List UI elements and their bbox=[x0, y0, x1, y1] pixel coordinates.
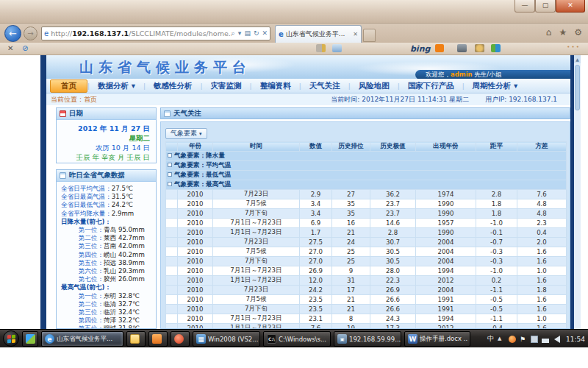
pinned-app-button[interactable] bbox=[22, 331, 38, 347]
cell: 0.2 bbox=[476, 276, 517, 286]
table-row[interactable]: 20107月5候3.43523.719901.84.8 bbox=[166, 199, 567, 209]
home-icon[interactable]: ⌂ bbox=[546, 27, 552, 38]
orange-badge-icon[interactable] bbox=[435, 44, 444, 52]
group-header-row[interactable]: 气象要素：平均气温 bbox=[166, 161, 567, 171]
cell: 1994 bbox=[416, 266, 476, 276]
toolbar-overflow-icon[interactable]: • • • bbox=[567, 44, 579, 50]
browser-titlebar[interactable]: — ▢ ✕ bbox=[0, 0, 588, 24]
blocked-icon[interactable]: ⊘ bbox=[22, 44, 28, 52]
url-dropdown-icon[interactable]: ▾ bbox=[238, 29, 242, 38]
group-checkbox[interactable] bbox=[168, 153, 172, 158]
menu-item-6[interactable]: 天气关注 bbox=[301, 79, 348, 93]
tab-close-icon[interactable]: ✕ bbox=[353, 31, 358, 38]
green-grid-ext-icon[interactable] bbox=[491, 44, 501, 52]
new-tab-button[interactable] bbox=[363, 29, 376, 42]
ime-indicator[interactable]: 中 bbox=[487, 334, 494, 344]
menu-item-2[interactable]: 数据分析 ▾ bbox=[90, 79, 143, 93]
task-button-5[interactable]: ▦Win2008 (VS2... bbox=[193, 331, 260, 347]
scrollbar-thumb[interactable] bbox=[575, 65, 580, 110]
nav-menu: 首页|数据分析 ▾|敏感性分析|灾害监测|整编资料|天气关注|风险地图|国家下行… bbox=[46, 79, 570, 93]
group-header-row[interactable]: 气象要素：最高气温 bbox=[166, 180, 567, 190]
menu-item-9[interactable]: 周期性分析 ▾ bbox=[465, 79, 526, 93]
network-tray-icon[interactable] bbox=[542, 336, 549, 343]
bing-logo[interactable]: bing bbox=[410, 44, 430, 54]
favorites-star-icon[interactable]: ★ bbox=[559, 27, 567, 38]
group-checkbox[interactable] bbox=[168, 163, 172, 167]
table-row[interactable]: 20101月1日～7月23日7.61917.32012-0.41.6 bbox=[166, 324, 567, 330]
menu-item-5[interactable]: 整编资料 bbox=[252, 79, 299, 93]
menu-item-8[interactable]: 国家下行产品 bbox=[400, 79, 462, 93]
search-icon[interactable]: ⌕ bbox=[232, 29, 235, 38]
scroll-up-icon[interactable]: ▲ bbox=[574, 55, 581, 63]
volume-tray-icon[interactable] bbox=[553, 336, 560, 343]
menu-item-7[interactable]: 风险地图 bbox=[351, 79, 398, 93]
address-bar[interactable]: e http://192.168.137.1/SLCCLIMATE/module… bbox=[41, 26, 270, 40]
close-button[interactable]: ✕ bbox=[556, 0, 585, 13]
element-filter-button[interactable]: 气象要素 ▾ bbox=[165, 128, 207, 139]
cell: 2010 bbox=[178, 228, 213, 238]
table-row[interactable]: 20101月1日～7月23日12.03122.320120.21.6 bbox=[166, 276, 567, 286]
table-row[interactable]: 20107月下旬27.02530.52004-0.31.6 bbox=[166, 257, 567, 266]
table-row[interactable]: 20107月下旬23.52126.61991-0.51.6 bbox=[166, 305, 567, 314]
ranking-item: 第二位：莱西 42.7mm bbox=[61, 234, 154, 242]
group-checkbox[interactable] bbox=[168, 172, 172, 177]
vertical-scrollbar[interactable]: ▲ bbox=[574, 55, 581, 329]
task-button-1[interactable]: e山东省气候业务平... bbox=[41, 331, 123, 347]
cell: 30.5 bbox=[370, 257, 416, 266]
url-text[interactable]: http://192.168.137.1/SLCCLIMATE/modules/… bbox=[51, 29, 232, 38]
menu-item-1[interactable]: 首页 bbox=[50, 79, 87, 93]
cell: 7月下旬 bbox=[213, 209, 300, 219]
group-header-row[interactable]: 气象要素：降水量 bbox=[166, 152, 567, 161]
task-button-8[interactable]: W操作手册.docx .. bbox=[404, 331, 470, 347]
table-row[interactable]: 20107月1日～7月23日6.91614.61957-1.02.3 bbox=[166, 219, 567, 228]
start-button[interactable] bbox=[3, 330, 19, 347]
paw-ext-icon[interactable] bbox=[475, 44, 484, 52]
table-row[interactable]: 20107月5候23.52126.61991-0.51.6 bbox=[166, 295, 567, 305]
table-row[interactable]: 20107月1日～7月23日23.1824.31994-1.11.0 bbox=[166, 314, 567, 324]
firefox-tray-icon[interactable] bbox=[509, 336, 516, 343]
task-button-2[interactable] bbox=[126, 331, 146, 347]
toolbar-close-icon[interactable]: ✕ bbox=[7, 44, 13, 52]
table-row[interactable]: 20107月23日2.92736.219742.87.6 bbox=[166, 190, 567, 199]
back-button[interactable]: ← bbox=[4, 25, 21, 42]
cell: 26.6 bbox=[370, 305, 416, 314]
camera-ext-icon[interactable] bbox=[457, 44, 467, 52]
table-row[interactable]: 20101月1日～7月23日1.7212.81990-0.10.4 bbox=[166, 228, 567, 238]
refresh-icon[interactable]: ↻ bbox=[254, 29, 259, 38]
card-reader-ext-icon[interactable] bbox=[316, 44, 326, 52]
task-button-3[interactable] bbox=[148, 331, 168, 347]
menu-item-4[interactable]: 灾害监测 bbox=[203, 79, 250, 93]
stop-icon[interactable]: ✕ bbox=[262, 29, 268, 38]
table-row[interactable]: 20107月1日～7月23日26.9928.01994-1.01.0 bbox=[166, 266, 567, 276]
table-row[interactable]: 20107月23日24.21726.92004-1.11.8 bbox=[166, 286, 567, 295]
action-center-flag-icon[interactable]: ⚑ bbox=[520, 336, 527, 343]
browser-tab[interactable]: e 山东省气候业务平... ✕ bbox=[275, 25, 362, 43]
table-row[interactable]: 20107月下旬3.43523.719901.84.8 bbox=[166, 209, 567, 219]
table-row[interactable]: 20107月23日27.52430.72004-0.72.0 bbox=[166, 238, 567, 247]
minimize-button[interactable]: — bbox=[514, 0, 535, 13]
cell: 27.5 bbox=[300, 238, 332, 247]
show-hidden-icons-arrow[interactable]: ▲ bbox=[498, 336, 505, 343]
forward-button[interactable]: → bbox=[24, 26, 37, 40]
taskbar: e山东省气候业务平...▦Win2008 (VS2...C:\C:\Window… bbox=[0, 329, 588, 347]
cell: 4.8 bbox=[517, 199, 567, 209]
cell: 7.6 bbox=[300, 324, 332, 330]
clock[interactable]: 11:54 bbox=[566, 336, 585, 343]
compatibility-view-icon[interactable]: ▤ bbox=[244, 29, 251, 38]
task-button-6[interactable]: C:\C:\Windows\s... bbox=[263, 331, 331, 347]
settings-gear-icon[interactable]: ⚙ bbox=[574, 27, 582, 38]
task-button-7[interactable]: ▣192.168.59.99... bbox=[334, 331, 401, 347]
mail-ext-icon[interactable] bbox=[332, 44, 342, 52]
rank-label: 第四位： bbox=[61, 251, 104, 259]
task-button-4[interactable] bbox=[171, 331, 190, 347]
cell: 1990 bbox=[416, 209, 476, 219]
menu-item-3[interactable]: 敏感性分析 bbox=[146, 79, 201, 93]
row-checkbox-cell bbox=[166, 266, 178, 276]
app-icon bbox=[26, 334, 35, 344]
maximize-button[interactable]: ▢ bbox=[535, 0, 556, 13]
group-checkbox[interactable] bbox=[168, 182, 172, 186]
group-header-row[interactable]: 气象要素：最低气温 bbox=[166, 171, 567, 180]
table-row[interactable]: 20107月5候27.02530.52004-0.31.6 bbox=[166, 247, 567, 257]
cell: -0.3 bbox=[476, 257, 517, 266]
display-tray-icon[interactable] bbox=[531, 336, 538, 343]
